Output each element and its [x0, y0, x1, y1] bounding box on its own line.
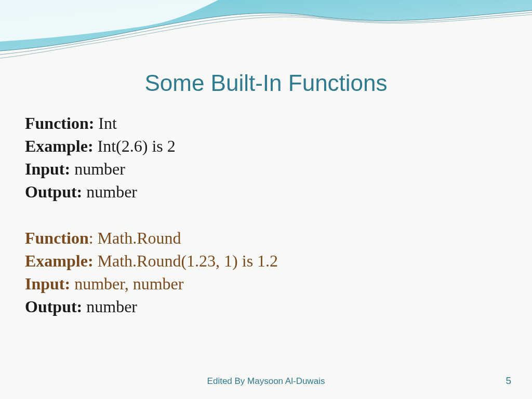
example-value: Math.Round(1.23, 1) is 1.2: [98, 251, 278, 270]
slide-footer: Edited By Maysoon Al-Duwais: [0, 376, 532, 387]
output-label: Output:: [25, 297, 86, 316]
function-label: Function:: [25, 114, 98, 132]
block1-function-line: Function: Int: [25, 112, 507, 135]
input-label: Input:: [25, 159, 74, 178]
function-label: Function: [25, 229, 89, 247]
input-value: number, number: [74, 274, 183, 293]
function-value: Int: [98, 114, 117, 132]
input-label: Input:: [25, 274, 74, 293]
function-sep: :: [89, 229, 98, 247]
block1-output-line: Output: number: [25, 180, 507, 203]
block2-input-line: Input: number, number: [25, 272, 507, 295]
example-label: Example:: [25, 137, 98, 155]
slide-title: Some Built-In Functions: [0, 70, 532, 96]
footer-text: Edited By Maysoon Al-Duwais: [207, 376, 325, 387]
input-value: number: [74, 159, 125, 178]
block1-input-line: Input: number: [25, 157, 507, 180]
slide-body: Function: Int Example: Int(2.6) is 2 Inp…: [0, 112, 532, 318]
block1-example-line: Example: Int(2.6) is 2: [25, 135, 507, 157]
page-number: 5: [506, 375, 511, 387]
example-value: Int(2.6) is 2: [98, 137, 176, 155]
output-label: Output:: [25, 182, 86, 201]
block2-function-line: Function: Math.Round: [25, 227, 507, 249]
output-value: number: [86, 297, 137, 316]
output-value: number: [86, 182, 137, 201]
block2-output-line: Output: number: [25, 295, 507, 318]
block2-example-line: Example: Math.Round(1.23, 1) is 1.2: [25, 249, 507, 272]
function-value: Math.Round: [98, 229, 181, 247]
example-label: Example:: [25, 251, 98, 270]
